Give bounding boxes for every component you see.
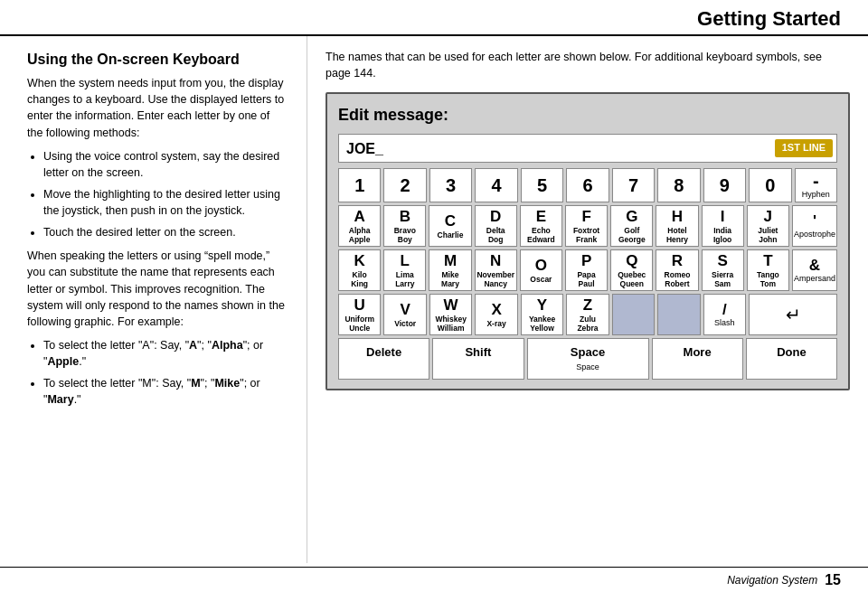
bullet-1: Using the voice control system, say the …: [43, 148, 288, 181]
input-value: JOE_: [339, 138, 775, 159]
key-x[interactable]: XX-ray: [475, 294, 517, 335]
key-c[interactable]: CCharlie: [429, 205, 471, 247]
key-g[interactable]: GGolfGeorge: [610, 205, 653, 247]
key-2[interactable]: 2: [383, 168, 426, 202]
key-5[interactable]: 5: [521, 168, 563, 202]
key-p[interactable]: PPapaPaul: [565, 249, 608, 291]
key-v[interactable]: VVictor: [383, 294, 426, 335]
line-badge: 1ST LINE: [775, 139, 833, 157]
key-0[interactable]: 0: [749, 168, 791, 202]
spell-para: When speaking the letters or using “spel…: [27, 248, 288, 330]
key-1[interactable]: 1: [338, 168, 381, 202]
key-y[interactable]: YYankeeYellow: [521, 294, 563, 335]
shift-button[interactable]: Shift: [432, 338, 524, 380]
key-n[interactable]: NNovemberNancy: [475, 249, 517, 291]
key-u[interactable]: UUniformUncle: [338, 294, 381, 335]
right-desc: The names that can be used for each lett…: [326, 49, 850, 81]
key-slash[interactable]: /Slash: [703, 294, 746, 335]
right-column: The names that can be used for each lett…: [307, 36, 868, 563]
page-header: Getting Started: [0, 0, 868, 36]
section-heading: Using the On-screen Keyboard: [27, 51, 288, 68]
key-apostrophe[interactable]: 'Apostrophe: [792, 205, 837, 247]
bullet-3: Touch the desired letter on the screen.: [43, 224, 288, 240]
key-k[interactable]: KKiloKing: [338, 249, 381, 291]
more-button[interactable]: More: [652, 338, 743, 380]
key-j[interactable]: JJulietJohn: [747, 205, 789, 247]
main-content: Using the On-screen Keyboard When the sy…: [0, 36, 868, 563]
key-highlight-1: [612, 294, 655, 335]
key-f[interactable]: FFoxtrotFrank: [565, 205, 608, 247]
key-t[interactable]: TTangoTom: [747, 249, 789, 291]
key-l[interactable]: LLimaLarry: [383, 249, 426, 291]
example-2: To select the letter "M": Say, "M"; "Mik…: [43, 375, 288, 408]
row-a-j: AAlphaApple BBravoBoy CCharlie DDeltaDog…: [338, 205, 837, 247]
key-q[interactable]: QQuebecQueen: [610, 249, 653, 291]
row-k-t: KKiloKing LLimaLarry MMikeMary NNovember…: [338, 249, 837, 291]
keyboard-panel: Edit message: JOE_ 1ST LINE 1 2 3 4 5 6 …: [326, 92, 850, 390]
key-w[interactable]: WWhiskeyWilliam: [429, 294, 472, 335]
key-4[interactable]: 4: [475, 168, 517, 202]
key-6[interactable]: 6: [566, 168, 609, 202]
key-9[interactable]: 9: [703, 168, 746, 202]
footer-label: Navigation System: [727, 574, 817, 587]
footer-page: 15: [825, 572, 841, 588]
key-3[interactable]: 3: [429, 168, 472, 202]
done-button[interactable]: Done: [746, 338, 837, 380]
row-u-z: UUniformUncle VVictor WWhiskeyWilliam XX…: [338, 294, 837, 335]
key-d[interactable]: DDeltaDog: [475, 205, 517, 247]
key-enter[interactable]: ↵: [749, 294, 837, 335]
bullet-2: Move the highlighting to the desired let…: [43, 186, 288, 219]
key-highlight-2: [657, 294, 700, 335]
key-s[interactable]: SSierraSam: [702, 249, 744, 291]
example-list: To select the letter "A": Say, "A"; "Alp…: [27, 337, 288, 409]
key-b[interactable]: BBravoBoy: [383, 205, 426, 247]
key-e[interactable]: EEchoEdward: [520, 205, 562, 247]
input-row: JOE_ 1ST LINE: [338, 134, 837, 163]
page-footer: Navigation System 15: [0, 567, 868, 592]
delete-button[interactable]: Delete: [338, 338, 429, 380]
bullet-list: Using the voice control system, say the …: [27, 148, 288, 241]
key-m[interactable]: MMikeMary: [429, 249, 471, 291]
key-8[interactable]: 8: [657, 168, 700, 202]
space-button[interactable]: SpaceSpace: [527, 338, 649, 380]
intro-para: When the system needs input from you, th…: [27, 75, 288, 141]
key-h[interactable]: HHotelHenry: [656, 205, 698, 247]
key-z[interactable]: ZZuluZebra: [566, 294, 609, 335]
number-row: 1 2 3 4 5 6 7 8 9 0 -Hyphen: [338, 168, 837, 202]
page-title: Getting Started: [697, 7, 841, 30]
key-o[interactable]: OOscar: [520, 249, 562, 291]
key-7[interactable]: 7: [612, 168, 655, 202]
bottom-buttons: Delete Shift SpaceSpace More Done: [338, 338, 837, 380]
key-ampersand[interactable]: &Ampersand: [792, 249, 837, 291]
key-r[interactable]: RRomeoRobert: [656, 249, 698, 291]
example-1: To select the letter "A": Say, "A"; "Alp…: [43, 337, 288, 370]
left-column: Using the On-screen Keyboard When the sy…: [0, 36, 307, 563]
keyboard-title: Edit message:: [338, 103, 837, 127]
key-hyphen[interactable]: -Hyphen: [795, 168, 837, 202]
key-i[interactable]: IIndiaIgloo: [702, 205, 744, 247]
key-a[interactable]: AAlphaApple: [338, 205, 381, 247]
